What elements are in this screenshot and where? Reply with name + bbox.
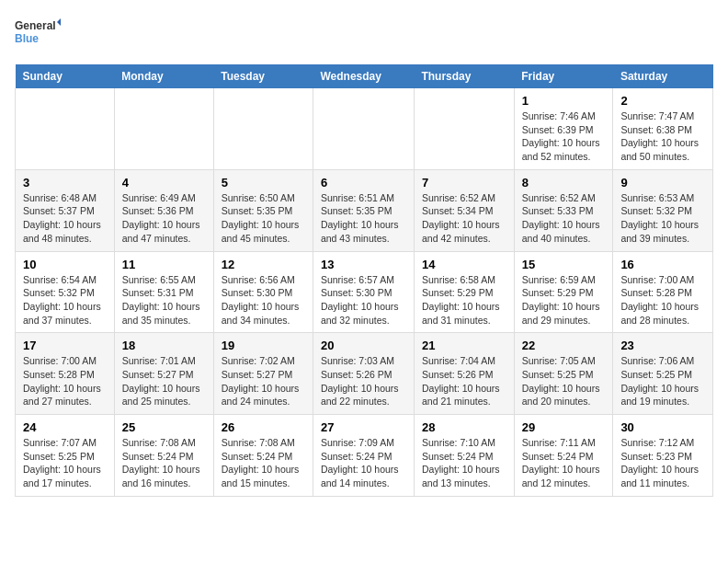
day-detail: Sunrise: 7:00 AM Sunset: 5:28 PM Dayligh… xyxy=(620,273,705,327)
calendar-cell: 10Sunrise: 6:54 AM Sunset: 5:32 PM Dayli… xyxy=(16,251,115,333)
day-number: 8 xyxy=(522,176,606,190)
calendar-cell: 15Sunrise: 6:59 AM Sunset: 5:29 PM Dayli… xyxy=(514,251,613,333)
day-number: 13 xyxy=(321,258,406,271)
column-header-wednesday: Wednesday xyxy=(313,64,414,88)
day-detail: Sunrise: 6:59 AM Sunset: 5:29 PM Dayligh… xyxy=(522,273,606,327)
day-number: 4 xyxy=(122,176,206,190)
day-detail: Sunrise: 7:09 AM Sunset: 5:24 PM Dayligh… xyxy=(321,436,406,490)
day-detail: Sunrise: 7:01 AM Sunset: 5:27 PM Dayligh… xyxy=(122,354,206,408)
day-number: 5 xyxy=(222,176,305,190)
day-detail: Sunrise: 6:51 AM Sunset: 5:35 PM Dayligh… xyxy=(321,191,406,246)
day-detail: Sunrise: 6:48 AM Sunset: 5:37 PM Dayligh… xyxy=(23,191,107,246)
column-header-tuesday: Tuesday xyxy=(213,64,313,88)
column-header-friday: Friday xyxy=(514,64,613,88)
day-detail: Sunrise: 6:52 AM Sunset: 5:34 PM Dayligh… xyxy=(422,191,506,246)
calendar-cell: 2Sunrise: 7:47 AM Sunset: 6:38 PM Daylig… xyxy=(613,88,713,169)
calendar-cell: 16Sunrise: 7:00 AM Sunset: 5:28 PM Dayli… xyxy=(613,251,713,333)
day-number: 11 xyxy=(122,258,206,271)
calendar-cell: 29Sunrise: 7:11 AM Sunset: 5:24 PM Dayli… xyxy=(514,415,613,497)
day-detail: Sunrise: 7:03 AM Sunset: 5:26 PM Dayligh… xyxy=(321,354,406,408)
day-number: 24 xyxy=(23,420,107,434)
calendar-cell: 20Sunrise: 7:03 AM Sunset: 5:26 PM Dayli… xyxy=(313,333,414,415)
calendar-cell: 24Sunrise: 7:07 AM Sunset: 5:25 PM Dayli… xyxy=(16,415,115,497)
column-header-sunday: Sunday xyxy=(16,64,115,88)
svg-marker-3 xyxy=(57,18,61,26)
column-header-saturday: Saturday xyxy=(613,64,713,88)
calendar-cell: 11Sunrise: 6:55 AM Sunset: 5:31 PM Dayli… xyxy=(114,251,213,333)
calendar-cell: 12Sunrise: 6:56 AM Sunset: 5:30 PM Dayli… xyxy=(213,251,313,333)
calendar-cell xyxy=(414,88,514,169)
calendar-week-row: 3Sunrise: 6:48 AM Sunset: 5:37 PM Daylig… xyxy=(16,169,713,251)
day-detail: Sunrise: 7:11 AM Sunset: 5:24 PM Dayligh… xyxy=(522,436,606,490)
calendar-cell: 28Sunrise: 7:10 AM Sunset: 5:24 PM Dayli… xyxy=(414,415,514,497)
day-number: 23 xyxy=(620,339,705,352)
day-number: 7 xyxy=(422,176,506,190)
day-number: 29 xyxy=(522,420,606,434)
day-detail: Sunrise: 7:08 AM Sunset: 5:24 PM Dayligh… xyxy=(222,436,305,490)
day-number: 21 xyxy=(422,339,506,352)
day-number: 17 xyxy=(23,339,107,352)
column-header-monday: Monday xyxy=(114,64,213,88)
day-detail: Sunrise: 7:12 AM Sunset: 5:23 PM Dayligh… xyxy=(620,436,705,490)
day-number: 15 xyxy=(522,258,606,271)
calendar-cell: 22Sunrise: 7:05 AM Sunset: 5:25 PM Dayli… xyxy=(514,333,613,415)
page-header: General Blue xyxy=(15,15,713,53)
calendar-week-row: 17Sunrise: 7:00 AM Sunset: 5:28 PM Dayli… xyxy=(16,333,713,415)
day-number: 30 xyxy=(620,420,705,434)
day-detail: Sunrise: 7:46 AM Sunset: 6:39 PM Dayligh… xyxy=(522,109,606,164)
calendar-cell xyxy=(313,88,414,169)
calendar-week-row: 10Sunrise: 6:54 AM Sunset: 5:32 PM Dayli… xyxy=(16,251,713,333)
calendar-cell: 1Sunrise: 7:46 AM Sunset: 6:39 PM Daylig… xyxy=(514,88,613,169)
day-detail: Sunrise: 7:05 AM Sunset: 5:25 PM Dayligh… xyxy=(522,354,606,408)
day-detail: Sunrise: 7:10 AM Sunset: 5:24 PM Dayligh… xyxy=(422,436,506,490)
calendar-cell: 3Sunrise: 6:48 AM Sunset: 5:37 PM Daylig… xyxy=(16,169,115,251)
day-detail: Sunrise: 6:57 AM Sunset: 5:30 PM Dayligh… xyxy=(321,273,406,327)
day-number: 18 xyxy=(122,339,206,352)
day-detail: Sunrise: 7:08 AM Sunset: 5:24 PM Dayligh… xyxy=(122,436,206,490)
day-number: 16 xyxy=(620,258,705,271)
day-detail: Sunrise: 6:56 AM Sunset: 5:30 PM Dayligh… xyxy=(222,273,305,327)
day-detail: Sunrise: 6:52 AM Sunset: 5:33 PM Dayligh… xyxy=(522,191,606,246)
calendar-cell: 9Sunrise: 6:53 AM Sunset: 5:32 PM Daylig… xyxy=(613,169,713,251)
day-detail: Sunrise: 7:06 AM Sunset: 5:25 PM Dayligh… xyxy=(620,354,705,408)
calendar-cell: 13Sunrise: 6:57 AM Sunset: 5:30 PM Dayli… xyxy=(313,251,414,333)
day-number: 20 xyxy=(321,339,406,352)
day-detail: Sunrise: 7:47 AM Sunset: 6:38 PM Dayligh… xyxy=(620,109,705,164)
logo: General Blue xyxy=(15,15,61,53)
day-detail: Sunrise: 6:50 AM Sunset: 5:35 PM Dayligh… xyxy=(222,191,305,246)
calendar-cell: 27Sunrise: 7:09 AM Sunset: 5:24 PM Dayli… xyxy=(313,415,414,497)
day-detail: Sunrise: 6:55 AM Sunset: 5:31 PM Dayligh… xyxy=(122,273,206,327)
logo-svg: General Blue xyxy=(15,15,61,53)
calendar-header-row: SundayMondayTuesdayWednesdayThursdayFrid… xyxy=(16,64,713,88)
calendar-week-row: 24Sunrise: 7:07 AM Sunset: 5:25 PM Dayli… xyxy=(16,415,713,497)
day-number: 14 xyxy=(422,258,506,271)
calendar-cell: 21Sunrise: 7:04 AM Sunset: 5:26 PM Dayli… xyxy=(414,333,514,415)
calendar-cell: 23Sunrise: 7:06 AM Sunset: 5:25 PM Dayli… xyxy=(613,333,713,415)
day-number: 6 xyxy=(321,176,406,190)
calendar-cell xyxy=(114,88,213,169)
calendar-cell xyxy=(213,88,313,169)
calendar-cell xyxy=(16,88,115,169)
calendar-week-row: 1Sunrise: 7:46 AM Sunset: 6:39 PM Daylig… xyxy=(16,88,713,169)
calendar-cell: 4Sunrise: 6:49 AM Sunset: 5:36 PM Daylig… xyxy=(114,169,213,251)
day-detail: Sunrise: 7:07 AM Sunset: 5:25 PM Dayligh… xyxy=(23,436,107,490)
day-detail: Sunrise: 6:54 AM Sunset: 5:32 PM Dayligh… xyxy=(23,273,107,327)
calendar-cell: 6Sunrise: 6:51 AM Sunset: 5:35 PM Daylig… xyxy=(313,169,414,251)
day-number: 22 xyxy=(522,339,606,352)
day-number: 3 xyxy=(23,176,107,190)
svg-text:Blue: Blue xyxy=(15,32,39,45)
day-number: 1 xyxy=(522,94,606,108)
calendar-cell: 30Sunrise: 7:12 AM Sunset: 5:23 PM Dayli… xyxy=(613,415,713,497)
day-number: 2 xyxy=(620,94,705,108)
calendar-cell: 7Sunrise: 6:52 AM Sunset: 5:34 PM Daylig… xyxy=(414,169,514,251)
calendar-cell: 26Sunrise: 7:08 AM Sunset: 5:24 PM Dayli… xyxy=(213,415,313,497)
day-number: 19 xyxy=(222,339,305,352)
day-number: 26 xyxy=(222,420,305,434)
day-detail: Sunrise: 6:58 AM Sunset: 5:29 PM Dayligh… xyxy=(422,273,506,327)
day-detail: Sunrise: 6:53 AM Sunset: 5:32 PM Dayligh… xyxy=(620,191,705,246)
calendar-cell: 25Sunrise: 7:08 AM Sunset: 5:24 PM Dayli… xyxy=(114,415,213,497)
calendar-cell: 14Sunrise: 6:58 AM Sunset: 5:29 PM Dayli… xyxy=(414,251,514,333)
calendar-cell: 8Sunrise: 6:52 AM Sunset: 5:33 PM Daylig… xyxy=(514,169,613,251)
day-number: 10 xyxy=(23,258,107,271)
day-number: 9 xyxy=(620,176,705,190)
